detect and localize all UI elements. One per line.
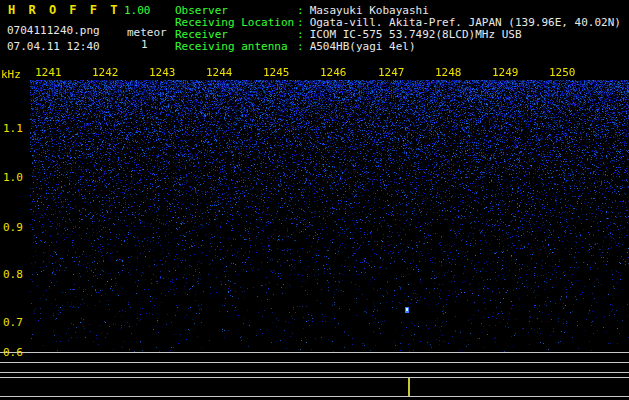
x-tick-label: 1245 — [263, 66, 290, 79]
x-tick-label: 1246 — [320, 66, 347, 79]
x-tick-label: 1244 — [206, 66, 233, 79]
strip-bottom-border — [0, 396, 629, 397]
meteor-time-tick — [408, 378, 410, 396]
y-tick-label: 0.8 — [3, 268, 23, 281]
y-tick-label: 0.9 — [3, 221, 23, 234]
x-tick-label: 1243 — [149, 66, 176, 79]
x-tick-label: 1247 — [378, 66, 405, 79]
y-axis-unit-label: kHz — [1, 68, 21, 81]
graph-gridline — [0, 352, 629, 353]
y-tick-label: 1.0 — [3, 171, 23, 184]
y-tick-label: 0.6 — [3, 346, 23, 359]
y-tick-label: 0.7 — [3, 316, 23, 329]
graph-gridline — [0, 362, 629, 363]
graph-gridline — [0, 372, 629, 373]
spectrogram-area: 1241 1242 1243 1244 1245 1246 1247 1248 … — [0, 0, 629, 400]
x-tick-label: 1242 — [92, 66, 119, 79]
x-tick-label: 1250 — [549, 66, 576, 79]
strip-top-border — [0, 377, 629, 378]
hrofft-window: H R O F F T 1.00 0704111240.png meteor 1… — [0, 0, 629, 400]
spectrogram-canvas — [30, 80, 629, 352]
y-tick-label: 1.1 — [3, 122, 23, 135]
x-tick-label: 1241 — [35, 66, 62, 79]
x-tick-label: 1248 — [435, 66, 462, 79]
x-tick-label: 1249 — [492, 66, 519, 79]
